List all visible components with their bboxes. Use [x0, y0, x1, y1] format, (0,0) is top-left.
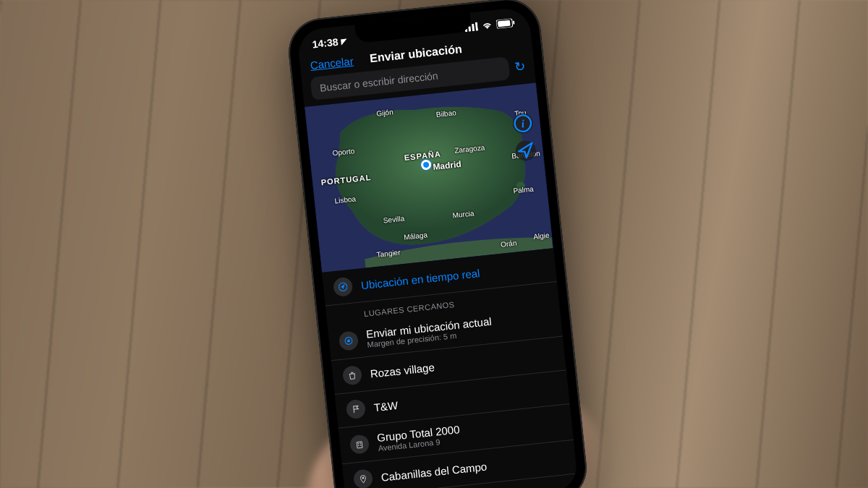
svg-rect-5	[498, 20, 511, 27]
target-icon	[339, 330, 359, 351]
svg-rect-16	[359, 442, 361, 444]
map-info-button[interactable]: i	[511, 112, 534, 134]
map-city-oran: Orán	[501, 239, 517, 248]
map-locate-button[interactable]	[514, 140, 537, 162]
svg-rect-1	[468, 26, 471, 31]
location-services-icon: ◤	[341, 37, 347, 46]
svg-rect-3	[475, 22, 478, 30]
svg-rect-17	[358, 445, 359, 446]
svg-rect-6	[513, 21, 515, 25]
phone-screen: 14:38 ◤ Cancelar Enviar ubicación	[297, 7, 579, 488]
place-label: Rozas village	[370, 361, 435, 380]
wifi-icon	[481, 20, 494, 33]
flag-icon	[346, 399, 367, 420]
live-location-icon	[333, 277, 354, 298]
refresh-button[interactable]: ↻	[514, 59, 527, 75]
svg-rect-14	[357, 441, 362, 448]
place-label: T&W	[373, 398, 399, 413]
svg-rect-18	[360, 445, 362, 446]
svg-rect-2	[472, 24, 475, 31]
cancel-button[interactable]: Cancelar	[310, 54, 354, 71]
battery-icon	[496, 17, 516, 31]
status-time: 14:38	[312, 36, 339, 51]
svg-rect-15	[358, 442, 359, 444]
svg-point-13	[347, 339, 351, 343]
map-city-algie: Algie	[533, 231, 550, 241]
place-label: Cabanillas del Campo	[380, 460, 488, 483]
pin-icon	[353, 468, 374, 488]
live-location-label: Ubicación en tiempo real	[360, 267, 480, 291]
shopping-bag-icon	[342, 365, 363, 386]
building-icon	[349, 434, 370, 455]
svg-point-19	[362, 476, 364, 479]
page-title: Enviar ubicación	[369, 43, 462, 65]
svg-text:i: i	[521, 117, 526, 129]
iphone-device: 14:38 ◤ Cancelar Enviar ubicación	[285, 0, 590, 488]
map-view[interactable]: Gijón Bilbao Tou Oporto ESPAÑA Zaragoza …	[305, 82, 553, 272]
